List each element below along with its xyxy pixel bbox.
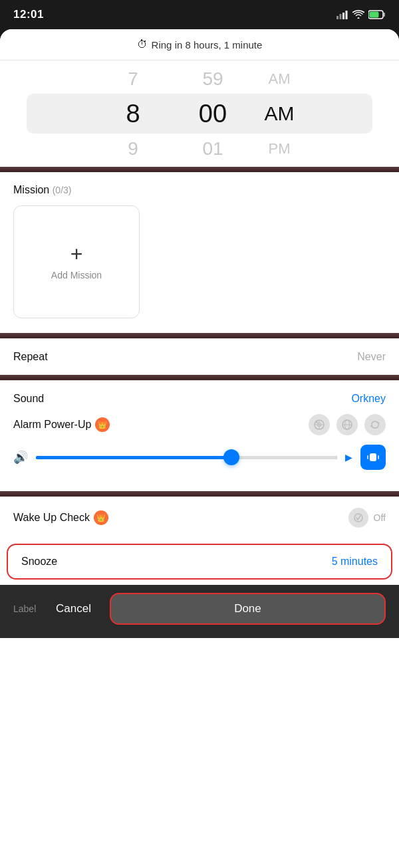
snooze-section[interactable]: Snooze 5 minutes <box>7 544 392 580</box>
svg-rect-1 <box>340 14 342 19</box>
powerup-label-wrap: Alarm Power-Up 👑 <box>13 417 110 432</box>
hour-below: 9 <box>128 134 138 163</box>
volume-slider[interactable] <box>36 456 337 459</box>
svg-rect-5 <box>384 13 386 17</box>
hour-column[interactable]: 7 8 9 <box>93 64 173 163</box>
wakeup-circle-check-icon <box>353 512 364 523</box>
svg-line-22 <box>358 516 360 520</box>
ampm-column[interactable]: AM AM PM <box>253 64 306 163</box>
cancel-button[interactable]: Cancel <box>44 596 103 622</box>
volume-fill <box>36 456 231 459</box>
sound-value: Orkney <box>351 393 386 405</box>
label-text: Label <box>13 603 37 614</box>
powerup-label: Alarm Power-Up <box>13 419 91 431</box>
ring-clock-icon: ⏱ <box>137 39 148 51</box>
add-mission-button[interactable]: + Add Mission <box>13 205 140 318</box>
powerup-icon-2[interactable] <box>336 414 358 435</box>
main-content: ⏱ Ring in 8 hours, 1 minute 7 8 9 59 00 … <box>0 29 399 868</box>
minute-column[interactable]: 59 00 01 <box>173 64 253 163</box>
separator-2 <box>0 333 399 338</box>
volume-icon: 🔊 <box>13 450 28 465</box>
status-bar: 12:01 <box>0 0 399 29</box>
add-mission-label: Add Mission <box>51 270 102 280</box>
wakeup-value: Off <box>374 512 386 523</box>
snooze-value: 5 minutes <box>332 556 378 568</box>
svg-rect-3 <box>346 11 348 19</box>
svg-rect-0 <box>336 16 338 19</box>
wakeup-crown-badge: 👑 <box>94 510 108 525</box>
mission-count: (0/3) <box>53 185 72 195</box>
play-button[interactable]: ▶ <box>345 452 352 463</box>
status-time: 12:01 <box>13 8 44 21</box>
crown-icon: 👑 <box>98 421 107 429</box>
wakeup-label-wrap: Wake Up Check 👑 <box>13 510 108 525</box>
wakeup-status-icon <box>348 508 368 528</box>
volume-unfill <box>231 456 337 459</box>
minute-below: 01 <box>202 134 223 163</box>
sound-row[interactable]: Sound Orkney <box>13 393 386 405</box>
separator-1 <box>0 167 399 172</box>
repeat-label: Repeat <box>13 351 48 363</box>
wakeup-label: Wake Up Check <box>13 512 90 524</box>
separator-4 <box>0 491 399 496</box>
svg-rect-6 <box>370 12 379 18</box>
minute-active: 00 <box>199 94 227 134</box>
powerup-icon-3[interactable] <box>364 414 386 435</box>
repeat-section[interactable]: Repeat Never <box>0 338 399 375</box>
wakeup-section[interactable]: Wake Up Check 👑 Off <box>0 496 399 538</box>
crown-badge: 👑 <box>95 417 110 432</box>
signal-icon <box>336 11 348 19</box>
time-picker[interactable]: 7 8 9 59 00 01 AM AM PM <box>0 60 399 167</box>
sound-label: Sound <box>13 393 44 405</box>
ampm-active: AM <box>265 94 295 134</box>
done-button[interactable]: Done <box>110 593 386 625</box>
ampm-below: PM <box>269 134 291 163</box>
hour-active: 8 <box>126 94 140 134</box>
separator-3 <box>0 375 399 380</box>
sound-section: Sound Orkney Alarm Power-Up 👑 <box>0 380 399 491</box>
minute-above: 59 <box>202 64 223 94</box>
repeat-value: Never <box>357 351 386 363</box>
wifi-icon <box>352 10 364 19</box>
svg-rect-19 <box>378 455 379 459</box>
svg-point-20 <box>354 514 362 522</box>
alarm-powerup-row[interactable]: Alarm Power-Up 👑 <box>13 414 386 435</box>
time-columns: 7 8 9 59 00 01 AM AM PM <box>93 64 306 163</box>
svg-rect-2 <box>342 13 344 19</box>
hour-above: 7 <box>128 64 138 94</box>
volume-thumb[interactable] <box>223 449 239 465</box>
powerup-icons <box>309 414 386 435</box>
add-mission-plus-icon: + <box>70 243 83 265</box>
ampm-above: AM <box>269 64 291 94</box>
powerup-icon-1[interactable] <box>309 414 330 435</box>
mission-section: Mission (0/3) + Add Mission <box>0 172 399 333</box>
bottom-bar: Label Cancel Done <box>0 585 399 638</box>
wakeup-crown-icon: 👑 <box>96 514 106 522</box>
guitar-icon <box>313 419 325 431</box>
vibrate-icon <box>366 451 380 464</box>
vibrate-button[interactable] <box>360 445 386 470</box>
mission-header: Mission (0/3) <box>13 184 386 196</box>
ring-info-text: Ring in 8 hours, 1 minute <box>152 39 263 51</box>
battery-icon <box>368 10 386 19</box>
status-icons <box>336 10 386 19</box>
svg-rect-18 <box>367 455 368 459</box>
sync-icon <box>369 419 381 431</box>
wakeup-right: Off <box>348 508 386 528</box>
ring-info: ⏱ Ring in 8 hours, 1 minute <box>0 29 399 60</box>
svg-rect-17 <box>370 453 376 461</box>
snooze-label: Snooze <box>21 556 57 568</box>
svg-point-11 <box>316 421 318 423</box>
globe-icon <box>341 419 353 431</box>
volume-row: 🔊 ▶ <box>13 445 386 474</box>
mission-label: Mission <box>13 184 49 195</box>
